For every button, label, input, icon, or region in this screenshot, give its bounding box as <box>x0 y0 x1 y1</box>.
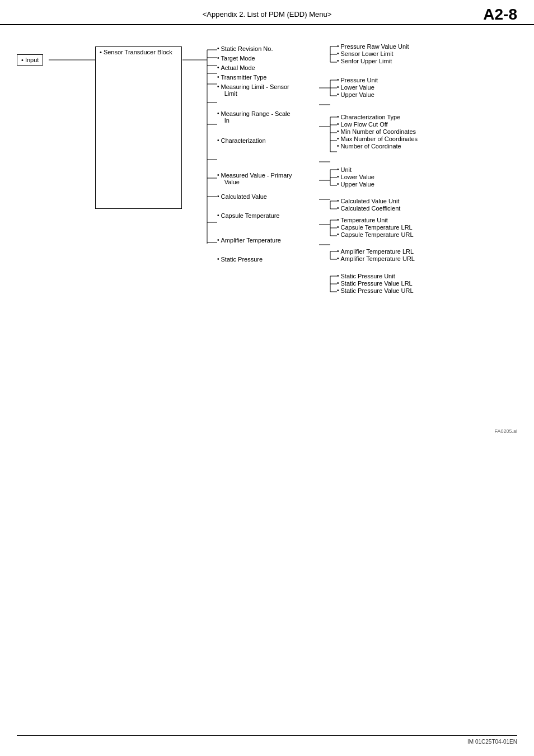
col4-group-measuring-range: •Pressure Unit •Lower Value •Upper Value <box>337 77 378 99</box>
col3-item-capsule-temp: • Capsule Temperature <box>217 212 292 219</box>
col4-number-coordinate: •Number of Coordinate <box>337 143 418 150</box>
col3-item-static-pressure: • Static Pressure <box>217 256 292 263</box>
diagram-area: • Input • Sensor Transducer Block • Stat… <box>0 36 534 445</box>
col3-item-calculated-value: • Calculated Value <box>217 193 292 200</box>
sensor-transducer-box: • Sensor Transducer Block <box>95 46 182 209</box>
col4-sensor-lower-limit: •Sensor Lower Limit <box>337 50 409 57</box>
diagram-container: • Input • Sensor Transducer Block • Stat… <box>17 42 517 423</box>
col4-calculated-coefficient: •Calculated Coefficient <box>337 205 400 212</box>
col4-group-amplifier-temp: •Amplifier Temperature LRL •Amplifier Te… <box>337 248 415 263</box>
sensor-transducer-label: • Sensor Transducer Block <box>100 49 172 55</box>
footer-line <box>17 735 517 736</box>
col3-item-static-revision: • Static Revision No. <box>217 45 292 52</box>
col4-group-capsule-temp: •Temperature Unit •Capsule Temperature L… <box>337 217 414 239</box>
col2-sensor-block: • Sensor Transducer Block <box>95 46 182 209</box>
figure-label: FA0205.ai <box>494 428 517 434</box>
col4-characterization-type: •Characterization Type <box>337 114 418 120</box>
col3-item-target-mode: • Target Mode <box>217 55 292 62</box>
col4-capsule-temp-lrl: •Capsule Temperature LRL <box>337 224 414 231</box>
col4-unit: •Unit <box>337 166 374 173</box>
col3-item-transmitter-type: • Transmitter Type <box>217 74 292 81</box>
col4-amplifier-temp-lrl: •Amplifier Temperature LRL <box>337 248 415 255</box>
col3-item-amplifier-temp: • Amplifier Temperature <box>217 237 292 244</box>
col4-amplifier-temp-url: •Amplifier Temperature URL <box>337 255 415 262</box>
input-label: • Input <box>21 57 39 63</box>
col4-low-flow-cut-off: •Low Flow Cut Off <box>337 121 418 128</box>
col4-pressure-unit: •Pressure Unit <box>337 77 378 83</box>
col4-static-pressure-url: •Static Pressure Value URL <box>337 287 414 294</box>
col4-pressure-raw-unit: •Pressure Raw Value Unit <box>337 43 409 50</box>
col4-group-calculated-value: •Calculated Value Unit •Calculated Coeff… <box>337 198 400 212</box>
col3-item-characterization: • Characterization <box>217 137 292 144</box>
col4-static-pressure-unit: •Static Pressure Unit <box>337 273 414 279</box>
page-number: A2-8 <box>483 6 517 24</box>
col3-item-measuring-limit: • Measuring Limit - Sensor Limit <box>217 83 292 97</box>
col4-calculated-value-unit: •Calculated Value Unit <box>337 198 400 204</box>
col4-upper-value-1: •Upper Value <box>337 91 378 98</box>
col4-max-number-coordinates: •Max Number of Coordinates <box>337 136 418 142</box>
col4-sensor-upper-limit: •Senfor Upper Limit <box>337 58 409 64</box>
col4-group-measuring-limit: •Pressure Raw Value Unit •Sensor Lower L… <box>337 43 409 65</box>
page-title: <Appendix 2. List of PDM (EDD) Menu> <box>203 10 332 18</box>
col3-items: • Static Revision No. • Target Mode • Ac… <box>217 45 292 265</box>
col3-item-actual-mode: • Actual Mode <box>217 64 292 71</box>
col3-item-measured-value: • Measured Value - Primary Value <box>217 172 292 185</box>
col4-upper-value-2: •Upper Value <box>337 181 374 188</box>
col4-static-pressure-lrl: •Static Pressure Value LRL <box>337 280 414 287</box>
col4-group-characterization: •Characterization Type •Low Flow Cut Off… <box>337 114 418 150</box>
col4-lower-value-1: •Lower Value <box>337 84 378 91</box>
col4-capsule-temp-url: •Capsule Temperature URL <box>337 231 414 238</box>
col4-temperature-unit: •Temperature Unit <box>337 217 414 223</box>
page-header: <Appendix 2. List of PDM (EDD) Menu> A2-… <box>0 0 534 25</box>
col4-min-number-coordinates: •Min Number of Coordinates <box>337 128 418 135</box>
footer-code: IM 01C25T04-01EN <box>17 739 517 745</box>
col4-lower-value-2: •Lower Value <box>337 174 374 180</box>
page-footer: IM 01C25T04-01EN <box>0 735 534 745</box>
input-node: • Input <box>17 54 43 66</box>
col3-item-measuring-range: • Measuring Range - Scale In <box>217 110 292 124</box>
col1-input: • Input <box>17 54 43 66</box>
col4-group-measured-value: •Unit •Lower Value •Upper Value <box>337 166 374 188</box>
col4-group-static-pressure: •Static Pressure Unit •Static Pressure V… <box>337 273 414 295</box>
